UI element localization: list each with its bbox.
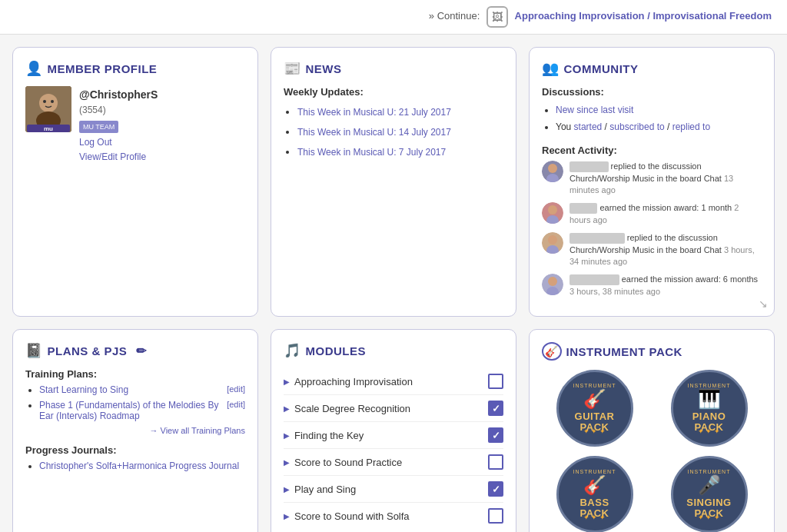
module-left-2: ▶Finding the Key bbox=[284, 430, 364, 441]
activity-item-2: █████████ replied to the discussion Chur… bbox=[542, 232, 762, 268]
play-arrow-1[interactable]: ▶ bbox=[284, 404, 290, 413]
module-item-5: ▶Score to Sound with Solfa bbox=[284, 503, 503, 529]
module-checkbox-2[interactable] bbox=[488, 427, 503, 443]
activity-blurred-name-1: ████ bbox=[569, 203, 597, 214]
play-arrow-3[interactable]: ▶ bbox=[284, 458, 290, 467]
avatar-svg: mu bbox=[25, 86, 71, 132]
activity-item-1: ████ earned the mission award: 1 month 2… bbox=[542, 202, 762, 226]
module-label-5: Score to Sound with Solfa bbox=[294, 510, 410, 522]
news-item: This Week in Musical U: 14 July 2017 bbox=[297, 122, 503, 142]
svg-point-17 bbox=[548, 277, 557, 286]
continue-link[interactable]: Approaching Improvisation / Improvisatio… bbox=[515, 10, 772, 22]
module-item-4: ▶Play and Sing bbox=[284, 476, 503, 503]
community-title: 👥 COMMUNITY bbox=[542, 60, 762, 77]
svg-text:mu: mu bbox=[44, 125, 53, 132]
instrument-badge-outer-3: INSTRUMENT🎤SINGINGPACK✦ ✦ ✦ bbox=[656, 456, 762, 532]
module-checkbox-1[interactable] bbox=[488, 401, 503, 416]
badge-top-2: INSTRUMENT bbox=[573, 469, 616, 474]
activity-time-3: 3 hours, 38 minutes ago bbox=[569, 287, 660, 296]
main-grid: 👤 MEMBER PROFILE mu bbox=[0, 35, 787, 532]
activity-text-2: █████████ replied to the discussion Chur… bbox=[569, 232, 762, 268]
avatar: mu bbox=[25, 86, 71, 132]
plans-card: 📓 PLANS & PJS ✏ Training Plans: Start Le… bbox=[12, 329, 258, 532]
activity-item-3: ████████ earned the mission award: 6 mon… bbox=[542, 274, 762, 298]
module-left-1: ▶Scale Degree Recognition bbox=[284, 403, 410, 414]
module-checkbox-0[interactable] bbox=[488, 374, 503, 389]
module-item-0: ▶Approaching Improvisation bbox=[284, 368, 503, 395]
logout-link[interactable]: Log Out bbox=[79, 135, 158, 150]
module-item-2: ▶Finding the Key bbox=[284, 422, 503, 449]
instrument-badge-outer-1: INSTRUMENT🎹PIANOPACK✦ ✦ ✦ bbox=[656, 370, 762, 447]
module-checkbox-5[interactable] bbox=[488, 508, 503, 524]
instrument-badge-outer-2: INSTRUMENT🎸BASSPACK✦ ✦ ✦ bbox=[542, 456, 647, 532]
modules-title: 🎵 MODULES bbox=[284, 342, 503, 359]
subscribed-link[interactable]: subscribed to bbox=[609, 121, 664, 132]
edit-link-1[interactable]: [edit] bbox=[227, 384, 245, 394]
svg-point-11 bbox=[548, 205, 557, 214]
svg-point-4 bbox=[51, 100, 54, 103]
instrument-badge-1[interactable]: INSTRUMENT🎹PIANOPACK✦ ✦ ✦ bbox=[671, 370, 748, 447]
news-list: This Week in Musical U: 21 July 2017 Thi… bbox=[284, 102, 503, 162]
module-item-1: ▶Scale Degree Recognition bbox=[284, 395, 503, 422]
modules-container: ▶Approaching Improvisation▶Scale Degree … bbox=[284, 368, 503, 529]
news-icon: 📰 bbox=[284, 60, 301, 77]
discussion-item-2: You started / subscribed to / replied to bbox=[556, 119, 762, 136]
news-title: 📰 NEWS bbox=[284, 60, 503, 77]
edit-link-2[interactable]: [edit] bbox=[227, 400, 245, 409]
journal-link-1[interactable]: Christopher's Solfa+Harmonica Progress J… bbox=[39, 461, 239, 471]
module-checkbox-3[interactable] bbox=[488, 454, 503, 470]
module-checkbox-4[interactable] bbox=[488, 481, 503, 497]
view-edit-profile-link[interactable]: View/Edit Profile bbox=[79, 150, 158, 165]
started-link[interactable]: started bbox=[574, 121, 603, 132]
journals-list: Christopher's Solfa+Harmonica Progress J… bbox=[25, 461, 245, 471]
activity-text-0: ██████ replied to the discussion Church/… bbox=[569, 161, 762, 196]
training-item-1: Start Learning to Sing [edit] bbox=[39, 384, 245, 395]
news-link-1[interactable]: This Week in Musical U: 21 July 2017 bbox=[297, 107, 451, 118]
instrument-badge-3[interactable]: INSTRUMENT🎤SINGINGPACK✦ ✦ ✦ bbox=[671, 456, 748, 532]
training-link-2[interactable]: Phase 1 (Fundamentals) of the Melodies B… bbox=[39, 400, 221, 421]
profile-links: Log Out View/Edit Profile bbox=[79, 135, 158, 165]
edit-plans-icon[interactable]: ✏ bbox=[136, 344, 147, 358]
member-profile-card: 👤 MEMBER PROFILE mu bbox=[12, 47, 258, 317]
module-label-0: Approaching Improvisation bbox=[294, 376, 413, 387]
instrument-badge-2[interactable]: INSTRUMENT🎸BASSPACK✦ ✦ ✦ bbox=[556, 456, 633, 532]
training-section: Training Plans: Start Learning to Sing [… bbox=[25, 368, 245, 435]
svg-point-14 bbox=[548, 235, 557, 244]
user-icon: 👤 bbox=[25, 60, 43, 77]
badge-stars-1: ✦ ✦ ✦ bbox=[698, 427, 720, 435]
activity-blurred-name-0: ██████ bbox=[569, 161, 609, 172]
play-arrow-0[interactable]: ▶ bbox=[284, 377, 290, 386]
continue-prefix: » Continue: bbox=[429, 10, 480, 22]
module-left-4: ▶Play and Sing bbox=[284, 484, 356, 495]
badge-stars-2: ✦ ✦ ✦ bbox=[583, 514, 606, 521]
replied-to-link[interactable]: replied to bbox=[672, 121, 710, 132]
badge-top-1: INSTRUMENT bbox=[688, 383, 731, 388]
activity-blurred-name-3: ████████ bbox=[569, 274, 619, 285]
play-arrow-5[interactable]: ▶ bbox=[284, 512, 290, 520]
play-arrow-2[interactable]: ▶ bbox=[284, 431, 290, 440]
mu-team-badge: MU TEAM bbox=[79, 121, 118, 133]
badge-icon-0: 🎸 bbox=[583, 388, 606, 410]
module-left-5: ▶Score to Sound with Solfa bbox=[284, 510, 410, 522]
discussion-item-1: New since last visit bbox=[556, 102, 762, 119]
play-arrow-4[interactable]: ▶ bbox=[284, 485, 290, 494]
instrument-badge-outer-0: INSTRUMENT🎸GUITARPACK✦ ✦ ✦ bbox=[542, 370, 647, 447]
training-link-1[interactable]: Start Learning to Sing bbox=[39, 384, 128, 395]
username: @ChristopherS bbox=[79, 86, 158, 103]
new-since-visit-link[interactable]: New since last visit bbox=[556, 105, 633, 115]
module-label-3: Score to Sound Practice bbox=[294, 457, 402, 468]
svg-point-8 bbox=[548, 164, 557, 173]
instrument-badge-0[interactable]: INSTRUMENT🎸GUITARPACK✦ ✦ ✦ bbox=[556, 370, 633, 447]
member-profile-title: 👤 MEMBER PROFILE bbox=[25, 60, 245, 77]
activity-item-0: ██████ replied to the discussion Church/… bbox=[542, 161, 762, 196]
news-link-3[interactable]: This Week in Musical U: 7 July 2017 bbox=[297, 147, 446, 158]
instrument-pack-title: 🎸 INSTRUMENT PACK bbox=[542, 342, 762, 361]
resize-handle[interactable]: ↘ bbox=[759, 298, 768, 310]
view-all-plans-link[interactable]: → View all Training Plans bbox=[25, 426, 245, 435]
training-list: Start Learning to Sing [edit] Phase 1 (F… bbox=[25, 384, 245, 421]
module-label-2: Finding the Key bbox=[294, 430, 364, 441]
training-item-2: Phase 1 (Fundamentals) of the Melodies B… bbox=[39, 400, 245, 421]
activity-text-3: ████████ earned the mission award: 6 mon… bbox=[569, 274, 762, 298]
news-link-2[interactable]: This Week in Musical U: 14 July 2017 bbox=[297, 127, 451, 138]
badge-top-3: INSTRUMENT bbox=[688, 469, 731, 474]
